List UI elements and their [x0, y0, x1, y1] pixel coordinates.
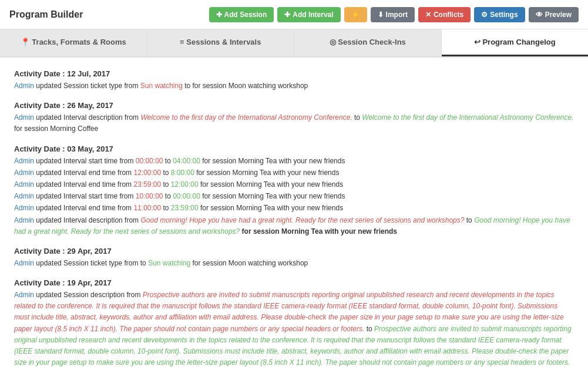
new-value: 12:00:00 — [171, 180, 199, 189]
old-value: 23:59:00 — [133, 180, 161, 189]
new-value: 00:00:00 — [173, 192, 200, 200]
log-text: to — [163, 192, 173, 200]
log-text: for session Morning Tea with your new fr… — [194, 169, 340, 177]
admin-link: Admin — [14, 157, 34, 165]
import-button[interactable]: ⬇ Import — [371, 7, 415, 22]
log-text: updated Interval end time from — [34, 180, 133, 189]
old-value: 12:00:00 — [133, 169, 161, 177]
new-value: 23:59:00 — [171, 204, 199, 212]
tab-bar: 📍 Tracks, Formats & Rooms ≡ Sessions & I… — [0, 29, 588, 58]
flash-button[interactable]: ⚡ — [344, 7, 367, 22]
plus-icon: ✚ — [216, 11, 222, 19]
log-text: to — [161, 204, 171, 212]
page-title: Program Builder — [9, 9, 83, 20]
old-value: Sun watching — [140, 82, 183, 90]
log-text: updated Interval start time from — [34, 192, 136, 200]
log-text: updated Session ticket type from — [34, 82, 140, 90]
admin-link: Admin — [14, 259, 34, 267]
eye-icon: 👁 — [536, 11, 543, 19]
new-value: 04:00:00 — [173, 157, 200, 165]
new-value: Sun watching — [148, 259, 190, 267]
log-text: updated Interval start time from — [34, 157, 136, 165]
bold-suffix: for session Morning Tea with your new fr… — [240, 227, 397, 236]
log-text: to — [464, 216, 474, 224]
log-line: Admin updated Interval start time from 1… — [14, 191, 574, 202]
old-value-italic: Good morning! Hope you have had a great … — [140, 216, 464, 224]
log-text: updated Session description from — [34, 291, 143, 299]
log-line: Admin updated Interval description from … — [14, 112, 574, 134]
header: Program Builder ✚ Add Session ✚ Add Inte… — [0, 0, 588, 29]
admin-link: Admin — [14, 82, 34, 90]
new-value-italic: Welcome to the first day of the Internat… — [362, 113, 573, 122]
log-text: for session Morning Tea with your new fr… — [199, 204, 344, 212]
log-text: to — [161, 180, 171, 189]
toolbar: ✚ Add Session ✚ Add Interval ⚡ ⬇ Import … — [209, 7, 579, 22]
admin-link: Admin — [14, 113, 34, 122]
log-text: for session Morning Tea with your new fr… — [200, 192, 345, 200]
add-session-button[interactable]: ✚ Add Session — [209, 7, 274, 22]
tab-changelog[interactable]: ↩ Program Changelog — [442, 29, 589, 56]
tab-checkins[interactable]: ◎ Session Check-Ins — [294, 29, 442, 56]
settings-button[interactable]: ⚙ Settings — [474, 7, 525, 22]
pin-icon: 📍 — [21, 38, 30, 46]
log-line: Admin updated Interval description from … — [14, 215, 574, 237]
tab-tracks[interactable]: 📍 Tracks, Formats & Rooms — [0, 29, 147, 56]
log-text: updated Interval description from — [34, 113, 140, 122]
log-text: for session Morning Tea with your new fr… — [200, 157, 345, 165]
flash-icon: ⚡ — [351, 11, 360, 19]
log-text: to — [163, 157, 173, 165]
activity-date: Activity Date : 19 Apr, 2017 — [14, 278, 574, 287]
log-line: Admin updated Interval end time from 23:… — [14, 179, 574, 190]
log-text: updated Interval end time from — [34, 169, 133, 177]
x-icon: ✕ — [425, 11, 431, 19]
log-text: for session Morning Tea with your new fr… — [199, 180, 344, 189]
old-value: 11:00:00 — [133, 204, 161, 212]
download-icon: ⬇ — [378, 11, 384, 19]
log-text: to — [161, 169, 171, 177]
admin-link: Admin — [14, 180, 34, 189]
log-line: Admin updated Session description from P… — [14, 290, 574, 370]
log-text: updated Interval end time from — [34, 204, 133, 212]
undo-icon: ↩ — [474, 38, 481, 46]
log-text: updated Interval description from — [34, 216, 140, 224]
new-value: 8:00:00 — [171, 169, 194, 177]
activity-date: Activity Date : 26 May, 2017 — [14, 101, 574, 110]
preview-button[interactable]: 👁 Preview — [529, 7, 579, 22]
old-value: 10:00:00 — [136, 192, 163, 200]
old-value: 00:00:00 — [136, 157, 163, 165]
log-line: Admin updated Interval end time from 11:… — [14, 203, 574, 214]
admin-link: Admin — [14, 216, 34, 224]
changelog-content: Activity Date : 12 Jul, 2017Admin update… — [0, 58, 588, 370]
plus-icon2: ✚ — [284, 11, 290, 19]
activity-date: Activity Date : 03 May, 2017 — [14, 144, 574, 153]
gear-icon: ⚙ — [481, 11, 488, 19]
log-line: Admin updated Interval start time from 0… — [14, 156, 574, 167]
log-text: to for session Moon watching workshop — [183, 82, 308, 90]
log-text: for session Moon watching workshop — [190, 259, 308, 267]
circle-icon: ◎ — [330, 38, 336, 46]
admin-link: Admin — [14, 291, 34, 299]
add-interval-button[interactable]: ✚ Add Interval — [277, 7, 340, 22]
log-line: Admin updated Session ticket type from S… — [14, 80, 574, 92]
list-icon: ≡ — [180, 38, 184, 46]
log-text: for session Morning Coffee — [14, 125, 98, 133]
log-text: updated Session ticket type from to — [34, 259, 148, 267]
activity-date: Activity Date : 29 Apr, 2017 — [14, 247, 574, 255]
old-value-italic: Welcome to the first day of the Internat… — [140, 113, 352, 122]
admin-link: Admin — [14, 192, 34, 200]
admin-link: Admin — [14, 169, 34, 177]
admin-link: Admin — [14, 204, 34, 212]
tab-sessions[interactable]: ≡ Sessions & Intervals — [147, 29, 295, 56]
activity-date: Activity Date : 12 Jul, 2017 — [14, 69, 574, 78]
log-line: Admin updated Session ticket type from t… — [14, 258, 574, 269]
log-text: to — [364, 325, 374, 333]
log-text: to — [352, 113, 362, 122]
log-line: Admin updated Interval end time from 12:… — [14, 167, 574, 179]
conflicts-button[interactable]: ✕ Conflicts — [418, 7, 471, 22]
